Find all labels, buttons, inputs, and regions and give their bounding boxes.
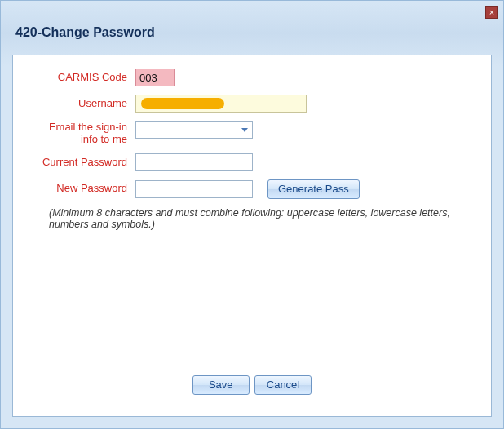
change-password-window: × 420-Change Password CARMIS Code Userna… [0,0,504,429]
content-panel: CARMIS Code Username Email the sign-in i… [12,55,492,417]
row-email-signin: Email the sign-in info to me [34,121,470,145]
save-button[interactable]: Save [192,375,250,395]
row-username: Username [34,95,470,113]
label-new-password: New Password [34,179,135,197]
carmis-code-input[interactable] [135,69,175,86]
chevron-down-icon [237,122,252,138]
row-new-password: New Password Generate Pass [34,179,470,199]
username-input[interactable] [135,95,307,113]
footer-buttons: Save Cancel [13,375,491,395]
username-redaction [141,98,224,109]
label-current-password: Current Password [34,153,135,171]
current-password-input[interactable] [135,153,253,171]
password-hint: (Minimum 8 characters and must combine f… [49,207,465,230]
page-title: 420-Change Password [15,25,155,40]
new-password-input[interactable] [135,180,253,198]
label-carmis-code: CARMIS Code [34,69,135,86]
cancel-button[interactable]: Cancel [254,375,312,395]
row-carmis-code: CARMIS Code [34,69,470,86]
generate-pass-button[interactable]: Generate Pass [267,179,360,199]
label-email-signin: Email the sign-in info to me [34,121,135,145]
label-username: Username [34,95,135,113]
row-current-password: Current Password [34,153,470,171]
email-signin-select[interactable] [135,121,253,139]
titlebar: 420-Change Password [1,1,503,53]
